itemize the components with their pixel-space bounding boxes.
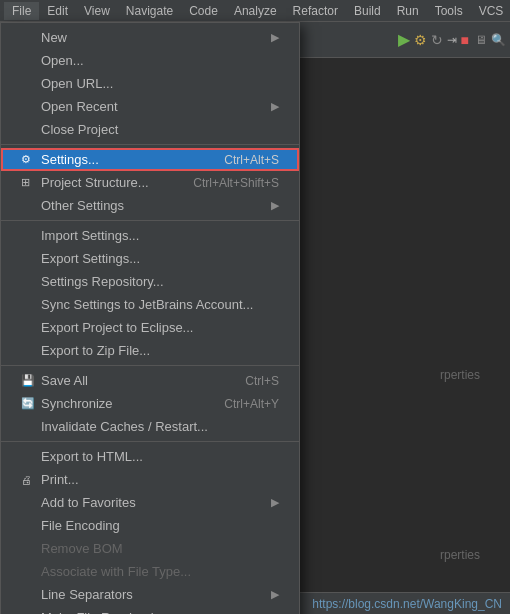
menu-label-make_read_only: Make File Read-only — [41, 610, 279, 614]
menubar-edit[interactable]: Edit — [39, 2, 76, 20]
menu-label-synchronize: Synchronize — [41, 396, 204, 411]
menubar-file[interactable]: File — [4, 2, 39, 20]
menu-arrow-open_recent: ▶ — [271, 100, 279, 113]
menu-label-open_url: Open URL... — [41, 76, 279, 91]
run-icon[interactable]: ▶ — [398, 30, 410, 49]
menu-label-settings_repo: Settings Repository... — [41, 274, 279, 289]
menu-icon-settings: ⚙ — [21, 153, 37, 166]
menu-item-import_settings[interactable]: Import Settings... — [1, 224, 299, 247]
menu-item-export_eclipse[interactable]: Export Project to Eclipse... — [1, 316, 299, 339]
menu-item-close_project[interactable]: Close Project — [1, 118, 299, 141]
menubar-navigate[interactable]: Navigate — [118, 2, 181, 20]
menu-item-settings_repo[interactable]: Settings Repository... — [1, 270, 299, 293]
menu-item-open_recent[interactable]: Open Recent▶ — [1, 95, 299, 118]
separator-after-close_project — [1, 144, 299, 145]
menu-item-remove_bom: Remove BOM — [1, 537, 299, 560]
menubar-code[interactable]: Code — [181, 2, 226, 20]
separator-after-invalidate_caches — [1, 441, 299, 442]
menu-item-print[interactable]: 🖨Print... — [1, 468, 299, 491]
menu-item-sync_settings[interactable]: Sync Settings to JetBrains Account... — [1, 293, 299, 316]
menu-item-open_url[interactable]: Open URL... — [1, 72, 299, 95]
menu-icon-save_all: 💾 — [21, 374, 37, 387]
gear-icon[interactable]: ⚙ — [414, 32, 427, 48]
menu-arrow-line_separators: ▶ — [271, 588, 279, 601]
menu-label-project_structure: Project Structure... — [41, 175, 173, 190]
menu-label-close_project: Close Project — [41, 122, 279, 137]
menu-label-export_eclipse: Export Project to Eclipse... — [41, 320, 279, 335]
menu-item-invalidate_caches[interactable]: Invalidate Caches / Restart... — [1, 415, 299, 438]
menu-item-file_encoding[interactable]: File Encoding — [1, 514, 299, 537]
menu-arrow-add_favorites: ▶ — [271, 496, 279, 509]
menu-label-other_settings: Other Settings — [41, 198, 265, 213]
blog-url: https://blog.csdn.net/WangKing_CN — [312, 597, 502, 611]
menu-item-open[interactable]: Open... — [1, 49, 299, 72]
menu-item-settings[interactable]: ⚙Settings...Ctrl+Alt+S — [1, 148, 299, 171]
menubar-build[interactable]: Build — [346, 2, 389, 20]
refresh-icon[interactable]: ↻ — [431, 32, 443, 48]
menu-label-print: Print... — [41, 472, 279, 487]
menu-label-save_all: Save All — [41, 373, 225, 388]
menu-shortcut-save_all: Ctrl+S — [245, 374, 279, 388]
menu-item-associate_file_type: Associate with File Type... — [1, 560, 299, 583]
menu-label-export_settings: Export Settings... — [41, 251, 279, 266]
menu-label-import_settings: Import Settings... — [41, 228, 279, 243]
menubar: File Edit View Navigate Code Analyze Ref… — [0, 0, 510, 22]
menu-label-settings: Settings... — [41, 152, 204, 167]
menubar-run[interactable]: Run — [389, 2, 427, 20]
menu-label-open_recent: Open Recent — [41, 99, 265, 114]
menu-icon-project_structure: ⊞ — [21, 176, 37, 189]
menu-label-associate_file_type: Associate with File Type... — [41, 564, 279, 579]
monitor-icon[interactable]: 🖥 — [475, 33, 487, 47]
step-icon[interactable]: ⇥ — [447, 33, 457, 47]
stop-icon[interactable]: ■ — [461, 32, 469, 48]
menu-label-new: New — [41, 30, 265, 45]
menu-item-other_settings[interactable]: Other Settings▶ — [1, 194, 299, 217]
menubar-vcs[interactable]: VCS — [471, 2, 510, 20]
menu-label-file_encoding: File Encoding — [41, 518, 279, 533]
file-menu-dropdown: New▶Open...Open URL...Open Recent▶Close … — [0, 22, 300, 614]
properties-label-1: rperties — [440, 368, 480, 382]
menu-item-export_zip[interactable]: Export to Zip File... — [1, 339, 299, 362]
menu-item-save_all[interactable]: 💾Save AllCtrl+S — [1, 369, 299, 392]
menu-label-invalidate_caches: Invalidate Caches / Restart... — [41, 419, 279, 434]
menubar-refactor[interactable]: Refactor — [285, 2, 346, 20]
menu-label-export_html: Export to HTML... — [41, 449, 279, 464]
menu-item-add_favorites[interactable]: Add to Favorites▶ — [1, 491, 299, 514]
menu-item-line_separators[interactable]: Line Separators▶ — [1, 583, 299, 606]
menubar-view[interactable]: View — [76, 2, 118, 20]
menu-label-line_separators: Line Separators — [41, 587, 265, 602]
menu-arrow-other_settings: ▶ — [271, 199, 279, 212]
menu-label-open: Open... — [41, 53, 279, 68]
properties-label-2: rperties — [440, 548, 480, 562]
menu-item-project_structure[interactable]: ⊞Project Structure...Ctrl+Alt+Shift+S — [1, 171, 299, 194]
menu-item-synchronize[interactable]: 🔄SynchronizeCtrl+Alt+Y — [1, 392, 299, 415]
menu-item-export_html[interactable]: Export to HTML... — [1, 445, 299, 468]
menu-shortcut-project_structure: Ctrl+Alt+Shift+S — [193, 176, 279, 190]
search-icon[interactable]: 🔍 — [491, 33, 506, 47]
menu-item-new[interactable]: New▶ — [1, 26, 299, 49]
menu-arrow-new: ▶ — [271, 31, 279, 44]
separator-after-other_settings — [1, 220, 299, 221]
menu-shortcut-settings: Ctrl+Alt+S — [224, 153, 279, 167]
menu-label-sync_settings: Sync Settings to JetBrains Account... — [41, 297, 279, 312]
toolbar-icons: ▶ ⚙ ↻ ⇥ ■ 🖥 🔍 — [398, 30, 506, 49]
menu-label-add_favorites: Add to Favorites — [41, 495, 265, 510]
menu-shortcut-synchronize: Ctrl+Alt+Y — [224, 397, 279, 411]
menubar-tools[interactable]: Tools — [427, 2, 471, 20]
menu-label-export_zip: Export to Zip File... — [41, 343, 279, 358]
menu-label-remove_bom: Remove BOM — [41, 541, 279, 556]
menu-icon-print: 🖨 — [21, 474, 37, 486]
menu-item-make_read_only[interactable]: Make File Read-only — [1, 606, 299, 614]
separator-after-export_zip — [1, 365, 299, 366]
menubar-analyze[interactable]: Analyze — [226, 2, 285, 20]
menu-item-export_settings[interactable]: Export Settings... — [1, 247, 299, 270]
menu-icon-synchronize: 🔄 — [21, 397, 37, 410]
